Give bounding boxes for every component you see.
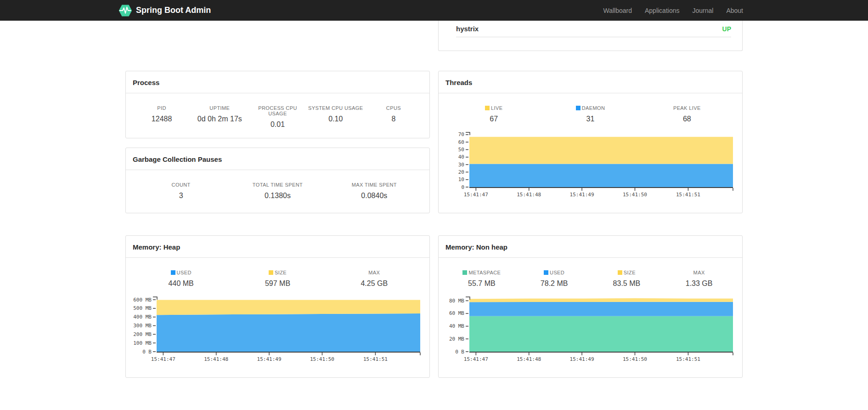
svg-text:15:41:49: 15:41:49 xyxy=(257,356,282,362)
svg-text:15:41:50: 15:41:50 xyxy=(310,356,334,362)
application-card: hystrix UP xyxy=(438,21,743,51)
metric-label: PROCESS CPU USAGE xyxy=(248,105,306,116)
metaspace-legend-swatch-icon xyxy=(462,270,467,275)
metric-label: MAX xyxy=(663,270,735,275)
application-name[interactable]: hystrix xyxy=(456,25,479,33)
svg-text:600 MB: 600 MB xyxy=(133,297,152,303)
daemon-legend-swatch-icon xyxy=(576,106,581,110)
svg-text:40: 40 xyxy=(458,154,464,160)
nav-item-about[interactable]: About xyxy=(720,7,750,14)
metric-system-cpu-usage: SYSTEM CPU USAGE 0.10 xyxy=(307,105,365,129)
nav-item-applications[interactable]: Applications xyxy=(638,7,686,14)
metric-label: USED xyxy=(518,270,591,275)
metric-label: METASPACE xyxy=(445,270,518,275)
nav-item-wallboard[interactable]: Wallboard xyxy=(597,7,638,14)
application-status-badge: UP xyxy=(722,25,731,33)
svg-text:300 MB: 300 MB xyxy=(133,323,152,329)
metric-heap-max: MAX 4.25 GB xyxy=(326,270,423,288)
metric-value: 1.33 GB xyxy=(663,279,735,288)
metric-value: 67 xyxy=(445,115,542,123)
metric-label: PEAK LIVE xyxy=(639,105,735,111)
memory-nonheap-area-chart: 0 B20 MB40 MB60 MB80 MB15:41:4715:41:481… xyxy=(445,295,735,363)
metric-value: 0.10 xyxy=(307,115,365,123)
memory-heap-area-chart: 0 B100 MB200 MB300 MB400 MB500 MB600 MB1… xyxy=(133,295,423,363)
metric-heap-size: SIZE 597 MB xyxy=(229,270,326,288)
svg-text:20 MB: 20 MB xyxy=(449,336,464,342)
metric-label: USED xyxy=(133,270,229,275)
used-legend-swatch-icon xyxy=(171,270,175,275)
process-card-title: Process xyxy=(126,71,429,93)
metric-value: 0d 0h 2m 17s xyxy=(191,115,248,123)
metric-label: MAX TIME SPENT xyxy=(326,182,423,188)
legend-label: USED xyxy=(177,270,192,275)
metric-label: UPTIME xyxy=(191,105,248,111)
svg-text:10: 10 xyxy=(458,177,464,182)
memory-heap-card-title: Memory: Heap xyxy=(126,236,429,258)
svg-text:15:41:50: 15:41:50 xyxy=(623,356,647,362)
svg-text:15:41:51: 15:41:51 xyxy=(363,356,388,362)
svg-text:0: 0 xyxy=(461,184,464,190)
metric-gc-count: COUNT 3 xyxy=(133,182,229,200)
svg-text:80 MB: 80 MB xyxy=(449,298,464,304)
metric-pid: PID 12488 xyxy=(133,105,191,129)
garbage-collection-card-title: Garbage Collection Pauses xyxy=(126,148,429,170)
metric-uptime: UPTIME 0d 0h 2m 17s xyxy=(191,105,248,129)
metric-threads-daemon: DAEMON 31 xyxy=(542,105,638,123)
legend-label: USED xyxy=(550,270,564,275)
metric-value: 55.7 MB xyxy=(445,279,518,288)
svg-text:15:41:49: 15:41:49 xyxy=(570,192,594,198)
metric-heap-used: USED 440 MB xyxy=(133,270,229,288)
brand-title: Spring Boot Admin xyxy=(136,6,211,15)
svg-text:60 MB: 60 MB xyxy=(449,310,464,316)
svg-text:400 MB: 400 MB xyxy=(133,314,152,320)
threads-area-chart: 01020304050607015:41:4715:41:4815:41:491… xyxy=(445,130,735,198)
memory-nonheap-card-title: Memory: Non heap xyxy=(439,236,742,258)
metric-value: 0.0840s xyxy=(326,192,423,200)
threads-card: Threads LIVE 67 xyxy=(438,71,743,213)
svg-text:20: 20 xyxy=(458,169,464,175)
metric-value: 78.2 MB xyxy=(518,279,591,288)
metric-label: CPUS xyxy=(365,105,423,111)
svg-text:70: 70 xyxy=(458,131,464,137)
metric-label: COUNT xyxy=(133,182,229,188)
metric-nonheap-max: MAX 1.33 GB xyxy=(663,270,735,288)
metric-label: DAEMON xyxy=(542,105,638,111)
legend-label: SIZE xyxy=(624,270,636,275)
metric-nonheap-size: SIZE 83.5 MB xyxy=(591,270,663,288)
used-legend-swatch-icon xyxy=(544,270,548,275)
metric-threads-live: LIVE 67 xyxy=(445,105,542,123)
memory-nonheap-card: Memory: Non heap METASPACE 55.7 MB xyxy=(438,235,743,378)
metric-label: SIZE xyxy=(591,270,663,275)
metric-label: TOTAL TIME SPENT xyxy=(229,182,326,188)
legend-label: METASPACE xyxy=(468,270,501,275)
metric-threads-peak-live: PEAK LIVE 68 xyxy=(639,105,735,123)
brand-link[interactable]: Spring Boot Admin xyxy=(118,4,211,17)
svg-text:15:41:51: 15:41:51 xyxy=(676,356,700,362)
navbar: Spring Boot Admin Wallboard Applications… xyxy=(0,0,868,21)
svg-text:15:41:48: 15:41:48 xyxy=(204,356,228,362)
svg-text:500 MB: 500 MB xyxy=(133,305,152,311)
process-card: Process PID 12488 UPTIME 0d 0h 2m 17s PR… xyxy=(125,71,430,138)
garbage-collection-card: Garbage Collection Pauses COUNT 3 TOTAL … xyxy=(125,148,430,213)
threads-card-title: Threads xyxy=(439,71,742,93)
svg-text:40 MB: 40 MB xyxy=(449,323,464,329)
nav-item-journal[interactable]: Journal xyxy=(686,7,720,14)
svg-text:0 B: 0 B xyxy=(455,349,464,355)
metric-nonheap-used: USED 78.2 MB xyxy=(518,270,591,288)
size-legend-swatch-icon xyxy=(269,270,273,275)
metric-value: 0.1380s xyxy=(229,192,326,200)
svg-text:15:41:50: 15:41:50 xyxy=(623,192,647,198)
application-row[interactable]: hystrix UP xyxy=(439,21,742,33)
metric-value: 440 MB xyxy=(133,279,229,288)
metric-value: 68 xyxy=(639,115,735,123)
metric-value: 3 xyxy=(133,192,229,200)
metric-value: 83.5 MB xyxy=(591,279,663,288)
metric-value: 4.25 GB xyxy=(326,279,423,288)
empty-left-column xyxy=(125,21,430,51)
svg-text:15:41:47: 15:41:47 xyxy=(151,356,175,362)
svg-text:15:41:51: 15:41:51 xyxy=(676,192,700,198)
metric-label: MAX xyxy=(326,270,423,275)
metric-process-cpu-usage: PROCESS CPU USAGE 0.01 xyxy=(248,105,306,129)
legend-label: SIZE xyxy=(275,270,287,275)
nav-menu: Wallboard Applications Journal About xyxy=(597,0,750,21)
